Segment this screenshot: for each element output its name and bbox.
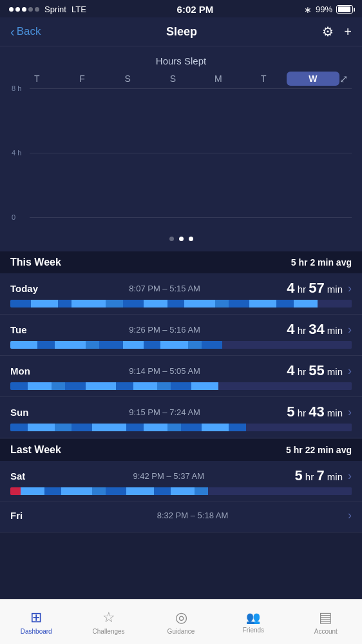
sleep-day-fri: Fri xyxy=(10,510,43,521)
nav-bar: ‹ Back Sleep ⚙ + xyxy=(0,17,362,46)
battery-percentage: 99% xyxy=(316,5,332,14)
sleep-day-mon: Mon xyxy=(10,366,43,376)
status-carrier: Sprint LTE xyxy=(9,5,86,14)
sleep-row-fri[interactable]: Fri 8:32 PM – 5:18 AM › xyxy=(0,502,362,532)
sleep-duration-today: 4 hr 57 min xyxy=(287,280,343,297)
grid-label-0: 0 xyxy=(12,213,15,221)
tab-challenges[interactable]: ☆ Challenges xyxy=(72,600,144,644)
add-icon[interactable]: + xyxy=(344,24,352,39)
back-label: Back xyxy=(17,25,41,38)
back-chevron-icon: ‹ xyxy=(10,24,15,39)
sleep-row-tue[interactable]: Tue 9:26 PM – 5:16 AM 4 hr 34 min › xyxy=(0,315,362,356)
last-week-header: Last Week 5 hr 22 min avg xyxy=(0,439,362,461)
sleep-time-sat: 9:42 PM – 5:37 AM xyxy=(133,471,204,481)
sleep-row-sun[interactable]: Sun 9:15 PM – 7:24 AM 5 hr 43 min › xyxy=(0,397,362,438)
tab-dashboard-label: Dashboard xyxy=(21,628,52,635)
sleep-duration-sun: 5 hr 43 min xyxy=(287,404,343,420)
sleep-duration-tue: 4 hr 34 min xyxy=(287,321,343,338)
status-right: ∗ 99% xyxy=(304,5,353,15)
account-icon: ▤ xyxy=(319,609,332,626)
sleep-strip-tue xyxy=(10,341,352,349)
chevron-sun: › xyxy=(348,405,352,419)
status-bar: Sprint LTE 6:02 PM ∗ 99% xyxy=(0,0,362,17)
sleep-row-mon[interactable]: Mon 9:14 PM – 5:05 AM 4 hr 55 min › xyxy=(0,356,362,397)
chart-day-labels: T F S S M T W ⤢ xyxy=(10,72,352,86)
sleep-strip-sat xyxy=(10,487,352,495)
expand-icon[interactable]: ⤢ xyxy=(339,73,348,85)
chevron-fri: › xyxy=(348,509,352,522)
sleep-row-today[interactable]: Today 8:07 PM – 5:15 AM 4 hr 57 min › xyxy=(0,273,362,315)
grid-label-4h: 4 h xyxy=(12,149,21,157)
day-label-m: M xyxy=(196,73,241,84)
tab-bar: ⊞ Dashboard ☆ Challenges ◎ Guidance 👥 Fr… xyxy=(0,599,362,644)
grid-label-8h: 8 h xyxy=(12,84,21,92)
this-week-header: This Week 5 hr 2 min avg xyxy=(0,251,362,273)
bluetooth-icon: ∗ xyxy=(304,5,312,15)
sleep-day-sat: Sat xyxy=(10,471,43,482)
sleep-row-sat[interactable]: Sat 9:42 PM – 5:37 AM 5 hr 7 min › xyxy=(0,461,362,502)
last-week-section: Last Week 5 hr 22 min avg Sat 9:42 PM – … xyxy=(0,439,362,532)
chart-title: Hours Slept xyxy=(10,55,352,66)
dashboard-icon: ⊞ xyxy=(30,609,42,626)
sleep-time-mon: 9:14 PM – 5:05 AM xyxy=(129,366,200,376)
status-time: 6:02 PM xyxy=(177,4,214,15)
sleep-strip-sun xyxy=(10,424,352,431)
sleep-strip-mon xyxy=(10,382,352,390)
sleep-time-tue: 9:26 PM – 5:16 AM xyxy=(129,325,200,335)
nav-actions: ⚙ + xyxy=(322,24,352,39)
page-dot-3[interactable] xyxy=(189,237,193,241)
chart-section: Hours Slept T F S S M T W ⤢ 8 h 4 h 0 xyxy=(0,46,362,251)
sleep-duration-sat: 5 hr 7 min xyxy=(294,467,343,484)
back-button[interactable]: ‹ Back xyxy=(10,24,41,39)
day-label-s2: S xyxy=(150,73,195,84)
chart-page-dots xyxy=(10,234,352,245)
page-title: Sleep xyxy=(166,25,197,39)
page-dot-2[interactable] xyxy=(179,237,184,241)
last-week-title: Last Week xyxy=(10,444,61,456)
day-label-t1: T xyxy=(14,73,59,84)
tab-guidance[interactable]: ◎ Guidance xyxy=(145,600,217,644)
tab-account-label: Account xyxy=(314,628,338,635)
guidance-icon: ◎ xyxy=(175,609,187,626)
this-week-avg: 5 hr 2 min avg xyxy=(291,257,352,268)
tab-friends-label: Friends xyxy=(243,627,264,634)
friends-icon: 👥 xyxy=(246,610,260,625)
bars-container xyxy=(30,88,352,217)
tab-account[interactable]: ▤ Account xyxy=(290,600,362,644)
challenges-icon: ☆ xyxy=(102,609,115,626)
sleep-day-today: Today xyxy=(10,283,43,294)
battery-icon xyxy=(336,5,353,14)
sleep-day-sun: Sun xyxy=(10,407,43,418)
day-label-s1: S xyxy=(105,73,150,84)
this-week-section: This Week 5 hr 2 min avg Today 8:07 PM –… xyxy=(0,251,362,438)
chevron-sat: › xyxy=(348,469,352,483)
tab-challenges-label: Challenges xyxy=(93,628,125,635)
sleep-time-fri: 8:32 PM – 5:18 AM xyxy=(157,511,229,520)
chart-area: 8 h 4 h 0 xyxy=(10,88,352,230)
this-week-title: This Week xyxy=(10,257,61,268)
day-label-f: F xyxy=(59,73,104,84)
sleep-strip-today xyxy=(10,300,352,307)
sleep-duration-mon: 4 hr 55 min xyxy=(287,362,343,379)
chevron-tue: › xyxy=(348,323,352,337)
last-week-avg: 5 hr 22 min avg xyxy=(286,445,352,455)
day-label-w-active[interactable]: W xyxy=(287,72,339,86)
sleep-time-today: 8:07 PM – 5:15 AM xyxy=(129,284,200,293)
sleep-time-sun: 9:15 PM – 7:24 AM xyxy=(129,407,200,417)
day-label-t2: T xyxy=(241,73,286,84)
tab-guidance-label: Guidance xyxy=(167,628,195,635)
tab-friends[interactable]: 👥 Friends xyxy=(217,600,289,644)
chevron-today: › xyxy=(348,282,352,295)
tab-dashboard[interactable]: ⊞ Dashboard xyxy=(0,600,72,644)
chevron-mon: › xyxy=(348,364,352,378)
settings-icon[interactable]: ⚙ xyxy=(322,24,334,39)
sleep-day-tue: Tue xyxy=(10,324,43,335)
page-dot-1[interactable] xyxy=(169,237,174,241)
